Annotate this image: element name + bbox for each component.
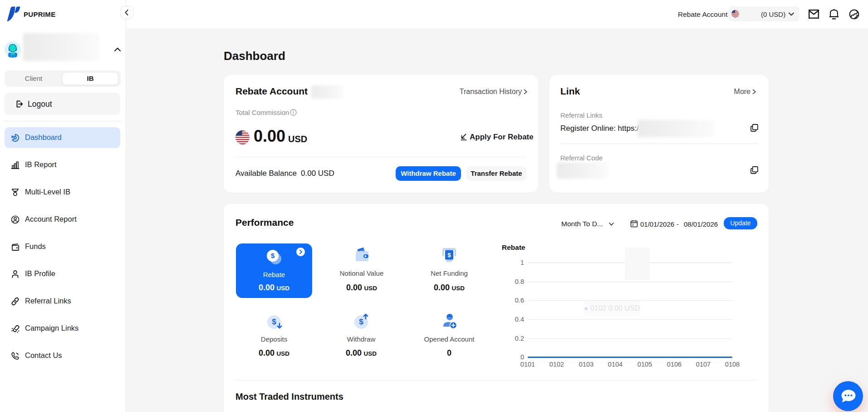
svg-text:$: $ bbox=[447, 252, 451, 258]
